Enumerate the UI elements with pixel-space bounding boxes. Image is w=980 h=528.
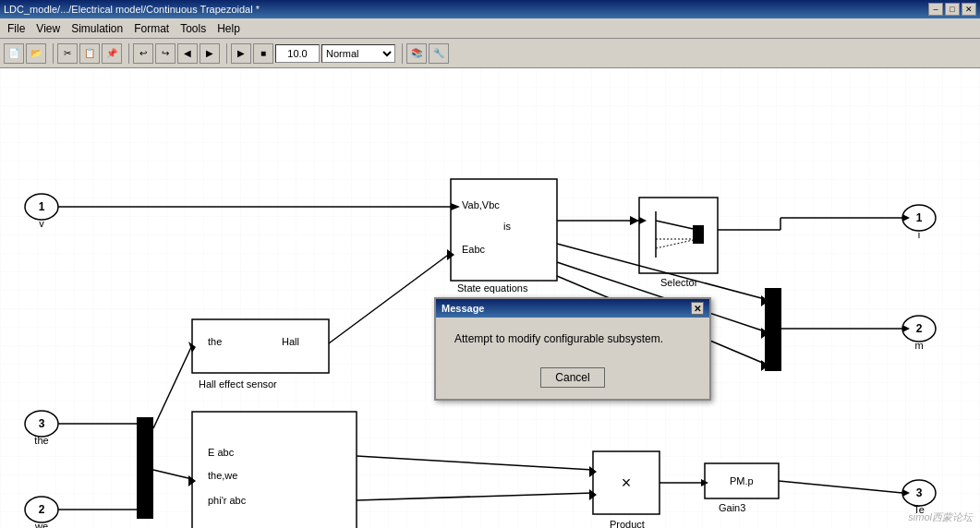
- new-button[interactable]: 📄: [4, 43, 24, 64]
- svg-text:Eabc: Eabc: [462, 244, 486, 255]
- dialog-message: Attempt to modify configurable subsystem…: [454, 332, 663, 345]
- minimize-button[interactable]: –: [928, 3, 943, 16]
- message-dialog: Message ✕ Attempt to modify configurable…: [434, 297, 711, 401]
- svg-text:the,we: the,we: [208, 470, 237, 481]
- svg-text:m: m: [914, 340, 923, 351]
- svg-rect-29: [693, 225, 704, 244]
- back-button[interactable]: ◀: [177, 43, 198, 64]
- library-button[interactable]: 📚: [406, 43, 427, 64]
- toolbar: 📄 📂 ✂ 📋 📌 ↩ ↪ ◀ ▶ ▶ ■ Normal Accelerator…: [0, 39, 980, 68]
- menu-view[interactable]: View: [30, 20, 66, 37]
- title-bar: LDC_modle/.../Electrical model/Continuou…: [0, 0, 980, 18]
- svg-text:phi'r abc: phi'r abc: [208, 495, 247, 506]
- svg-text:v: v: [39, 218, 44, 229]
- toolbar-separator-4: [399, 43, 403, 64]
- toolbar-separator-1: [50, 43, 54, 64]
- watermark: simol西蒙论坛: [908, 510, 973, 524]
- dialog-footer: Cancel: [436, 360, 709, 399]
- menu-help[interactable]: Help: [212, 20, 246, 37]
- svg-text:Vab,Vbc: Vab,Vbc: [462, 199, 500, 210]
- window-title: LDC_modle/.../Electrical model/Continuou…: [4, 4, 260, 15]
- svg-text:Hall: Hall: [282, 336, 299, 347]
- svg-text:Selector: Selector: [660, 277, 698, 288]
- svg-text:is: is: [503, 221, 511, 232]
- menu-bar: File View Simulation Format Tools Help: [0, 18, 980, 39]
- toolbar-separator-3: [224, 43, 227, 64]
- undo-button[interactable]: ↩: [133, 43, 153, 64]
- dialog-close-button[interactable]: ✕: [691, 302, 704, 315]
- svg-text:i: i: [918, 229, 920, 240]
- play-button[interactable]: ▶: [231, 43, 251, 64]
- canvas-area[interactable]: 1 v 2 we 3 the 1 i 2 m 3 Te Vab,Vbc is E…: [0, 68, 980, 528]
- svg-text:2: 2: [39, 503, 45, 516]
- svg-text:2: 2: [916, 322, 923, 335]
- paste-button[interactable]: 📌: [102, 43, 122, 64]
- svg-text:1: 1: [916, 211, 923, 224]
- open-button[interactable]: 📂: [26, 43, 46, 64]
- dialog-title-text: Message: [442, 303, 484, 314]
- svg-rect-24: [639, 198, 718, 273]
- menu-format[interactable]: Format: [128, 20, 175, 37]
- svg-text:the: the: [208, 336, 222, 347]
- svg-text:Product: Product: [610, 519, 645, 528]
- window-controls: – □ ✕: [928, 3, 976, 16]
- close-button[interactable]: ✕: [962, 3, 976, 16]
- dialog-title-bar: Message ✕: [436, 299, 709, 318]
- svg-text:PM.p: PM.p: [730, 475, 754, 486]
- svg-text:State equations: State equations: [457, 282, 528, 294]
- cut-button[interactable]: ✂: [57, 43, 78, 64]
- stop-button[interactable]: ■: [253, 43, 273, 64]
- sim-time-input[interactable]: [275, 44, 320, 63]
- mode-select[interactable]: Normal Accelerator: [321, 44, 395, 63]
- svg-text:we: we: [34, 521, 48, 528]
- debug-button[interactable]: 🔧: [429, 43, 449, 64]
- redo-button[interactable]: ↪: [155, 43, 175, 64]
- svg-text:3: 3: [916, 486, 923, 499]
- svg-text:E abc: E abc: [208, 447, 235, 458]
- svg-text:the: the: [34, 435, 48, 446]
- svg-text:Hall effect sensor: Hall effect sensor: [199, 378, 277, 390]
- cancel-button[interactable]: Cancel: [540, 367, 605, 388]
- forward-button[interactable]: ▶: [200, 43, 220, 64]
- svg-text:3: 3: [39, 417, 45, 430]
- dialog-body: Attempt to modify configurable subsystem…: [436, 318, 709, 360]
- svg-text:×: ×: [622, 474, 632, 492]
- toolbar-separator-2: [126, 43, 129, 64]
- maximize-button[interactable]: □: [945, 3, 960, 16]
- copy-button[interactable]: 📋: [79, 43, 100, 64]
- menu-simulation[interactable]: Simulation: [66, 20, 128, 37]
- menu-file[interactable]: File: [2, 20, 30, 37]
- svg-text:1: 1: [39, 200, 45, 213]
- svg-text:Gain3: Gain3: [719, 502, 745, 513]
- menu-tools[interactable]: Tools: [175, 20, 212, 37]
- svg-rect-47: [137, 417, 153, 519]
